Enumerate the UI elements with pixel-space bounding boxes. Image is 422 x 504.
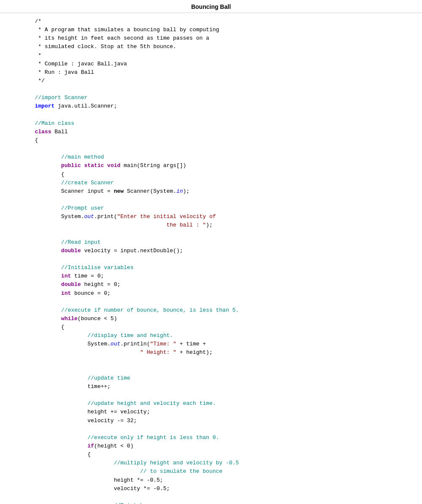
window-title: Bouncing Ball bbox=[191, 3, 231, 10]
code-editor: /* * A program that simulates a bouncing… bbox=[0, 13, 422, 504]
title-bar: Bouncing Ball bbox=[0, 0, 422, 13]
main-window: Bouncing Ball /* * A program that simula… bbox=[0, 0, 422, 504]
